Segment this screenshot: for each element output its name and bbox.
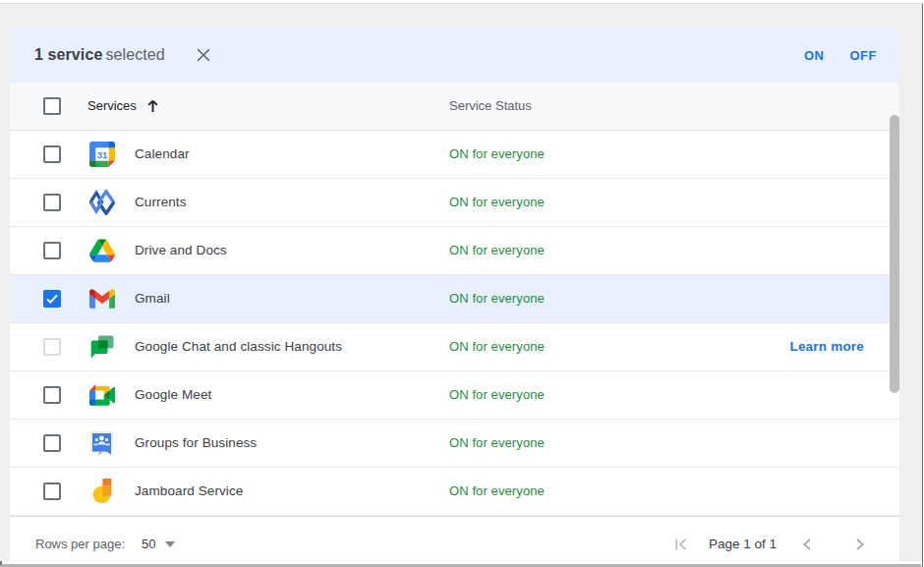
first-page-icon <box>674 538 688 551</box>
service-status[interactable]: ON for everyone <box>449 195 545 209</box>
selection-count-text: 1 serviceselected <box>34 46 165 64</box>
rows-per-page-dropdown-icon[interactable] <box>165 541 175 547</box>
table-row[interactable]: Jamboard Service ON for everyone <box>10 468 899 516</box>
table-row[interactable]: Drive and Docs ON for everyone <box>10 227 899 275</box>
table-body: Calendar ON for everyone Currents ON for… <box>10 131 899 516</box>
row-checkbox[interactable] <box>43 242 61 259</box>
first-page-button[interactable] <box>674 538 688 551</box>
row-checkbox[interactable] <box>43 386 61 404</box>
table-footer: Rows per page: 50 Page 1 of 1 <box>10 516 899 567</box>
select-all-checkbox[interactable] <box>43 97 61 115</box>
table-row[interactable]: Currents ON for everyone <box>10 179 899 227</box>
close-icon <box>196 47 211 63</box>
service-name[interactable]: Groups for Business <box>135 435 257 450</box>
rows-per-page-value[interactable]: 50 <box>142 537 155 551</box>
service-status[interactable]: ON for everyone <box>449 291 545 306</box>
clear-selection-button[interactable] <box>195 46 212 64</box>
column-header-service-status[interactable]: Service Status <box>449 98 532 113</box>
service-name[interactable]: Jamboard Service <box>135 483 243 498</box>
selection-action-bar: 1 serviceselected ON OFF <box>10 28 899 83</box>
next-page-button[interactable] <box>855 538 865 551</box>
google-meet-icon <box>89 382 115 408</box>
row-checkbox[interactable] <box>43 338 61 356</box>
service-status[interactable]: ON for everyone <box>449 339 545 354</box>
previous-page-button[interactable] <box>802 538 812 551</box>
window-right-border <box>922 4 924 567</box>
selection-count: 1 service <box>34 46 102 63</box>
service-status[interactable]: ON for everyone <box>449 435 545 450</box>
google-drive-icon <box>89 238 115 263</box>
row-checkbox[interactable] <box>43 145 61 163</box>
jamboard-icon <box>89 479 115 504</box>
service-status[interactable]: ON for everyone <box>449 243 545 257</box>
turn-off-button[interactable]: OFF <box>850 48 878 63</box>
pagination: Page 1 of 1 <box>674 517 865 567</box>
gmail-icon <box>89 286 115 312</box>
service-name[interactable]: Drive and Docs <box>135 243 227 257</box>
service-name[interactable]: Currents <box>135 195 187 209</box>
horizontal-scrollbar-end <box>0 561 2 565</box>
rows-per-page-label: Rows per page: <box>35 537 125 551</box>
google-calendar-icon <box>89 142 115 167</box>
vertical-scrollbar-thumb[interactable] <box>890 115 899 393</box>
services-table-card: 1 serviceselected ON OFF Services Servic… <box>10 28 899 567</box>
learn-more-link[interactable]: Learn more <box>789 339 864 354</box>
service-name[interactable]: Google Chat and classic Hangouts <box>135 339 342 354</box>
table-row[interactable]: Gmail ON for everyone <box>10 275 899 323</box>
column-header-services[interactable]: Services <box>87 98 137 113</box>
service-name[interactable]: Gmail <box>135 291 170 306</box>
selection-suffix: selected <box>105 46 164 63</box>
service-status[interactable]: ON for everyone <box>449 483 545 498</box>
chevron-left-icon <box>802 538 812 551</box>
service-name[interactable]: Google Meet <box>135 387 211 402</box>
table-row[interactable]: Google Meet ON for everyone <box>10 371 899 420</box>
sort-ascending-icon[interactable] <box>146 99 159 113</box>
table-row[interactable]: Calendar ON for everyone <box>10 131 899 179</box>
service-name[interactable]: Calendar <box>135 146 190 161</box>
checkmark-icon <box>45 292 59 306</box>
table-header-row: Services Service Status <box>10 83 899 131</box>
google-chat-icon <box>89 334 115 360</box>
google-groups-icon <box>89 430 115 456</box>
row-checkbox[interactable] <box>43 434 61 452</box>
page-indicator: Page 1 of 1 <box>709 537 777 551</box>
chevron-right-icon <box>855 538 865 551</box>
table-row[interactable]: Groups for Business ON for everyone <box>10 420 899 468</box>
row-checkbox[interactable] <box>43 482 61 500</box>
turn-on-button[interactable]: ON <box>804 48 825 63</box>
table-row[interactable]: Google Chat and classic Hangouts ON for … <box>10 323 899 371</box>
service-status[interactable]: ON for everyone <box>449 146 545 161</box>
google-currents-icon <box>89 190 115 215</box>
horizontal-scrollbar[interactable] <box>0 564 921 567</box>
row-checkbox[interactable] <box>43 194 61 211</box>
admin-services-page: 1 serviceselected ON OFF Services Servic… <box>0 0 924 567</box>
row-checkbox[interactable] <box>43 290 61 308</box>
service-status[interactable]: ON for everyone <box>449 387 545 402</box>
